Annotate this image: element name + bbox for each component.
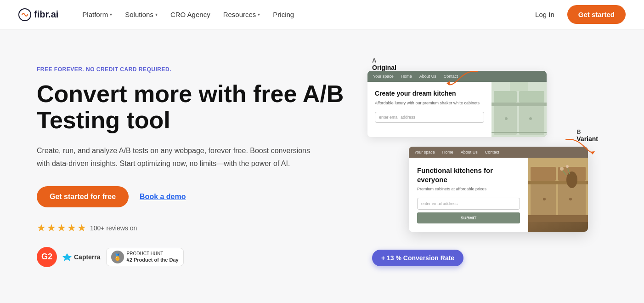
card-b-nav-about: About Us — [461, 150, 478, 154]
card-b-nav: Your space Home About Us Contact — [409, 147, 588, 158]
chevron-down-icon: ▾ — [110, 12, 112, 17]
get-started-free-button[interactable]: Get started for free — [37, 186, 129, 207]
chevron-down-icon: ▾ — [155, 12, 158, 17]
card-b-nav-brand: Your space — [414, 150, 435, 154]
kitchen-image-a — [491, 82, 547, 137]
capterra-label: Capterra — [74, 253, 101, 261]
ph-text: PRODUCT HUNT #2 Product of the Day — [127, 251, 179, 263]
hero-left: FREE FOREVER. NO CREDIT CARD REQUIRED. C… — [37, 57, 349, 267]
hero-tag: FREE FOREVER. NO CREDIT CARD REQUIRED. — [37, 66, 349, 73]
reviews-section: ★ ★ ★ ★ ★ 100+ reviews on — [37, 222, 349, 234]
nav-pricing-label: Pricing — [273, 11, 294, 18]
capterra-badge: Capterra — [62, 252, 101, 262]
g2-label: G2 — [41, 252, 52, 262]
card-b-title: Functional kitchens for everyone — [417, 166, 520, 184]
logo[interactable]: fibr.ai — [18, 8, 58, 21]
variant-a-name: Original — [372, 64, 396, 71]
card-b: Your space Home About Us Contact Functio… — [409, 147, 588, 232]
card-b-email-input[interactable]: enter email address — [417, 198, 520, 210]
svg-rect-16 — [531, 167, 556, 181]
book-demo-button[interactable]: Book a demo — [140, 193, 186, 201]
star-3: ★ — [57, 222, 66, 234]
nav-item-platform[interactable]: Platform ▾ — [77, 7, 118, 22]
svg-marker-1 — [62, 253, 72, 261]
card-b-image — [528, 158, 588, 232]
nav-right: Log In Get started — [530, 5, 626, 24]
ph-medal-icon: 🏅 — [111, 251, 124, 263]
nav-item-resources[interactable]: Resources ▾ — [218, 7, 266, 22]
variant-b-name: Variant — [576, 135, 598, 143]
hero-description: Create, run, and analyze A/B tests on an… — [37, 144, 312, 169]
logo-text: fibr.ai — [34, 9, 58, 20]
kitchen-illustration-a — [491, 82, 547, 137]
svg-point-22 — [566, 172, 577, 188]
svg-rect-20 — [528, 181, 588, 184]
nav-item-solutions[interactable]: Solutions ▾ — [119, 7, 163, 22]
hero-buttons: Get started for free Book a demo — [37, 186, 349, 207]
ph-line2: #2 Product of the Day — [127, 257, 179, 263]
variant-a-label: A Original — [372, 57, 396, 71]
svg-rect-3 — [494, 105, 517, 135]
card-a-nav-home: Home — [401, 74, 412, 79]
conversion-badge: + 13 % Conversion Rate — [372, 250, 463, 266]
star-5: ★ — [77, 222, 86, 234]
kitchen-illustration-b — [528, 158, 588, 222]
card-a-email-input[interactable]: enter email address — [375, 112, 484, 123]
svg-rect-5 — [494, 91, 517, 103]
variant-a-letter: A — [372, 57, 396, 64]
nav-resources-label: Resources — [223, 11, 256, 18]
star-1: ★ — [37, 222, 46, 234]
nav-item-pricing[interactable]: Pricing — [267, 7, 299, 22]
star-4: ★ — [67, 222, 76, 234]
reviews-text: 100+ reviews on — [90, 224, 137, 232]
svg-rect-4 — [519, 105, 544, 135]
svg-point-18 — [543, 198, 546, 200]
navbar: fibr.ai Platform ▾ Solutions ▾ CRO Agenc… — [0, 0, 644, 29]
star-2: ★ — [47, 222, 56, 234]
card-a-subtitle: Affordable luxury with our premium shake… — [375, 100, 484, 106]
card-a-nav: Your space Home About Us Contact — [367, 71, 547, 82]
g2-badge: G2 — [37, 247, 57, 267]
svg-point-19 — [569, 198, 572, 200]
ab-test-visual: A Original Your space Home About Us Cont… — [367, 57, 607, 287]
get-started-button[interactable]: Get started — [567, 5, 626, 24]
card-b-body: Functional kitchens for everyone Premium… — [409, 158, 588, 232]
card-b-submit-button[interactable]: SUBMIT — [417, 212, 520, 223]
hero-title: Convert more with free A/B Testing tool — [37, 81, 349, 133]
login-button[interactable]: Log In — [530, 7, 560, 22]
svg-point-26 — [566, 165, 569, 168]
card-a-nav-contact: Contact — [444, 74, 458, 79]
svg-marker-27 — [590, 151, 595, 154]
card-a-content: Create your dream kitchen Affordable lux… — [367, 82, 491, 137]
card-b-nav-contact: Contact — [485, 150, 499, 154]
trust-badges: G2 Capterra 🏅 PRODUCT HUNT #2 Product of… — [37, 247, 349, 267]
ab-wrapper: A Original Your space Home About Us Cont… — [367, 57, 607, 282]
svg-point-25 — [560, 167, 564, 171]
chevron-down-icon: ▾ — [258, 12, 260, 17]
card-b-nav-home: Home — [442, 150, 453, 154]
logo-icon — [18, 8, 31, 21]
svg-rect-10 — [510, 82, 528, 91]
star-rating: ★ ★ ★ ★ ★ — [37, 222, 86, 234]
card-a-title: Create your dream kitchen — [375, 89, 484, 97]
svg-rect-9 — [491, 103, 547, 106]
kitchen-image-b — [528, 158, 588, 232]
capterra-icon — [62, 252, 72, 262]
nav-links: Platform ▾ Solutions ▾ CRO Agency Resour… — [77, 7, 515, 22]
nav-platform-label: Platform — [82, 11, 108, 18]
nav-solutions-label: Solutions — [125, 11, 153, 18]
card-b-content: Functional kitchens for everyone Premium… — [409, 158, 528, 232]
hero-section: FREE FOREVER. NO CREDIT CARD REQUIRED. C… — [0, 29, 644, 303]
product-hunt-badge: 🏅 PRODUCT HUNT #2 Product of the Day — [106, 248, 184, 266]
card-a-nav-about: About Us — [419, 74, 436, 79]
nav-cro-label: CRO Agency — [170, 11, 210, 18]
ph-line1: PRODUCT HUNT — [127, 251, 164, 256]
card-a-body: Create your dream kitchen Affordable lux… — [367, 82, 547, 137]
variant-b-label: B Variant — [576, 128, 598, 143]
card-a-image — [491, 82, 547, 137]
card-a-nav-brand: Your space — [373, 74, 394, 79]
svg-point-8 — [529, 117, 532, 120]
svg-rect-15 — [558, 183, 586, 220]
svg-rect-21 — [528, 215, 588, 222]
nav-item-cro-agency[interactable]: CRO Agency — [165, 7, 216, 22]
